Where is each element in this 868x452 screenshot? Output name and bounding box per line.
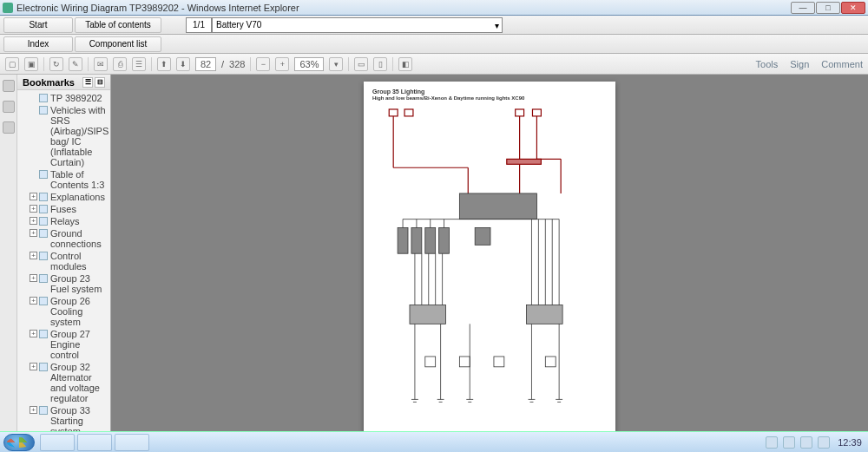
expand-icon[interactable]: +	[30, 217, 37, 225]
ie-favicon-icon	[3, 3, 13, 13]
zoom-in-icon[interactable]: +	[275, 57, 289, 71]
taskbar-clock[interactable]: 12:39	[835, 437, 865, 448]
bookmark-item[interactable]: +Group 27 Engine control	[17, 328, 110, 361]
zoom-input[interactable]: 63%	[294, 57, 324, 71]
bookmark-icon	[39, 217, 48, 226]
network-icon[interactable]	[800, 436, 812, 449]
current-page-input[interactable]: 82	[195, 57, 216, 71]
tray-icon[interactable]	[766, 436, 778, 449]
bookmark-item[interactable]: +Group 33 Starting system	[17, 404, 110, 431]
bookmark-item[interactable]: +Control modules	[17, 250, 110, 272]
maximize-button[interactable]: □	[816, 2, 840, 14]
bookmark-icon[interactable]: ☰	[132, 57, 146, 71]
windows-taskbar: 12:39	[0, 431, 868, 452]
expand-icon[interactable]: +	[30, 252, 37, 259]
page-indicator: 1/1	[186, 17, 212, 33]
open-icon[interactable]: ▣	[24, 57, 38, 71]
bookmark-label: Fuses	[50, 204, 108, 214]
svg-rect-14	[398, 228, 408, 254]
bookmark-icon	[39, 406, 48, 415]
page-heading-2: High and low beams/Bi-Xenon & Daytime ru…	[372, 95, 607, 101]
expand-icon[interactable]: +	[30, 330, 37, 337]
index-button[interactable]: Index	[3, 36, 73, 52]
bookmark-icon	[39, 106, 48, 115]
component-list-button[interactable]: Component list	[75, 36, 161, 52]
bookmark-label: Control modules	[50, 251, 108, 272]
thumbnails-tab-icon[interactable]	[3, 80, 15, 92]
expand-icon[interactable]: +	[30, 193, 37, 200]
window-title: Electronic Wiring Diagram TP3989202 - Wi…	[16, 3, 791, 13]
window-titlebar: Electronic Wiring Diagram TP3989202 - Wi…	[0, 0, 868, 16]
svg-rect-13	[459, 193, 536, 219]
toc-button[interactable]: Table of contents	[75, 17, 161, 33]
bookmark-item[interactable]: +Group 32 Alternator and voltage regulat…	[17, 361, 110, 404]
page-heading-1: Group 35 Lighting	[372, 88, 607, 95]
bookmark-icon	[39, 193, 48, 201]
bookmark-icon	[39, 330, 48, 338]
print-icon[interactable]: ⎙	[113, 57, 127, 71]
chevron-down-icon[interactable]: ▾	[329, 57, 343, 71]
svg-rect-56	[425, 357, 436, 367]
expand-icon[interactable]: +	[30, 297, 37, 305]
tools-link[interactable]: Tools	[756, 59, 779, 69]
bookmark-label: Ground connections	[50, 228, 108, 249]
bookmark-item[interactable]: +Relays	[17, 215, 110, 227]
bookmark-item[interactable]: Vehicles with SRS (Airbag)/SIPS bag/ IC …	[17, 104, 110, 168]
bookmark-icon	[39, 170, 48, 179]
task-tile[interactable]	[40, 434, 75, 451]
bookmark-item[interactable]: +Group 26 Cooling system	[17, 295, 110, 328]
bookmark-item[interactable]: +Explanations	[17, 191, 110, 203]
svg-rect-10	[507, 159, 542, 164]
bookmarks-tree: TP 3989202Vehicles with SRS (Airbag)/SIP…	[17, 90, 110, 431]
start-button[interactable]: Start	[3, 17, 73, 33]
page-up-icon[interactable]: ⬆	[157, 57, 171, 71]
document-area[interactable]: Group 35 Lighting High and low beams/Bi-…	[111, 75, 868, 431]
expand-icon[interactable]: +	[30, 274, 37, 282]
bookmark-label: Vehicles with SRS (Airbag)/SIPS bag/ IC …	[50, 105, 108, 167]
page-down-icon[interactable]: ⬇	[176, 57, 190, 71]
collapse-icon[interactable]: ⊟	[95, 77, 105, 88]
bookmarks-header: Bookmarks	[23, 77, 75, 88]
diagram-select[interactable]: Battery V70	[212, 17, 503, 33]
expand-icon[interactable]: +	[30, 205, 37, 213]
save-icon[interactable]: ▢	[5, 57, 19, 71]
start-orb-button[interactable]	[3, 434, 35, 451]
bookmark-icon	[39, 363, 48, 371]
svg-rect-57	[545, 357, 556, 367]
email-icon[interactable]: ✉	[94, 57, 108, 71]
minimize-button[interactable]: —	[791, 2, 815, 14]
convert-icon[interactable]: ↻	[49, 57, 63, 71]
options-icon[interactable]: ☰	[82, 77, 93, 88]
fit-width-icon[interactable]: ▯	[373, 57, 387, 71]
expand-icon[interactable]: +	[30, 406, 37, 414]
bookmark-item[interactable]: Table of Contents 1:3	[17, 168, 110, 191]
pdf-page: Group 35 Lighting High and low beams/Bi-…	[364, 82, 615, 431]
zoom-out-icon[interactable]: −	[256, 57, 270, 71]
comment-link[interactable]: Comment	[821, 59, 863, 69]
task-tile[interactable]	[115, 434, 149, 451]
bookmark-item[interactable]: +Group 23 Fuel system	[17, 272, 110, 295]
tray-icon[interactable]	[783, 436, 795, 449]
svg-rect-55	[494, 357, 504, 367]
read-mode-icon[interactable]: ◧	[398, 57, 412, 71]
bookmark-icon	[39, 229, 48, 238]
create-pdf-icon[interactable]: ✎	[69, 57, 82, 71]
svg-rect-5	[532, 109, 541, 116]
expand-icon[interactable]: +	[30, 229, 37, 237]
bookmark-item[interactable]: TP 3989202	[17, 92, 110, 104]
pdf-toolbar: ▢ ▣ ↻ ✎ ✉ ⎙ ☰ ⬆ ⬇ 82 / 328 − + 63% ▾ ▭ ▯…	[0, 54, 868, 75]
bookmark-label: Table of Contents 1:3	[50, 169, 108, 190]
fit-page-icon[interactable]: ▭	[354, 57, 368, 71]
volume-icon[interactable]	[818, 436, 830, 449]
bookmark-icon	[39, 205, 48, 213]
expand-icon[interactable]: +	[30, 363, 37, 370]
bookmark-icon	[39, 252, 48, 260]
attachments-tab-icon[interactable]	[3, 121, 15, 134]
bookmark-item[interactable]: +Fuses	[17, 203, 110, 215]
bookmark-item[interactable]: +Ground connections	[17, 227, 110, 250]
task-tile[interactable]	[77, 434, 112, 451]
bookmarks-tab-icon[interactable]	[3, 101, 15, 113]
bookmarks-sidebar: Bookmarks ☰ ⊟ TP 3989202Vehicles with SR…	[0, 75, 111, 431]
sign-link[interactable]: Sign	[790, 59, 809, 69]
close-button[interactable]: ✕	[841, 2, 865, 14]
